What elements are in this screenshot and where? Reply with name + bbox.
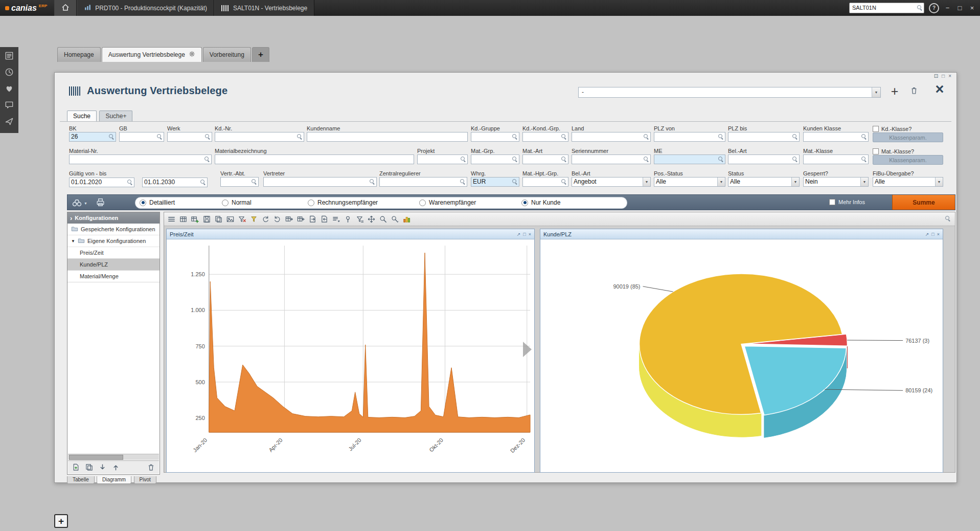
topbar-tab-salt01n[interactable]: SALT01N - Vertriebsbelege [214, 0, 314, 16]
matklasse-checkbox[interactable] [873, 148, 879, 154]
me-input[interactable] [654, 154, 725, 164]
move-up-icon[interactable] [110, 462, 121, 473]
gesperrt-select[interactable]: Nein▼ [803, 177, 869, 187]
vertrabt-input[interactable] [220, 177, 259, 187]
lookup-icon[interactable] [108, 134, 115, 140]
panel-header[interactable]: Preis/Zeit ↗□× [167, 229, 534, 239]
tab-suche[interactable]: Suche [67, 110, 97, 122]
belart-input[interactable] [728, 154, 800, 164]
chart-style-icon[interactable] [401, 214, 412, 225]
table-transfer-icon[interactable] [295, 214, 306, 225]
lookup-icon[interactable] [718, 156, 724, 162]
tab-diagramm[interactable]: Diagramm [97, 476, 131, 484]
rotate-right-icon[interactable] [272, 214, 283, 225]
home-tab[interactable] [54, 0, 77, 16]
config-selector[interactable]: - ▼ [578, 87, 881, 98]
lookup-icon[interactable] [861, 156, 867, 162]
close-icon[interactable]: × [948, 73, 951, 79]
lookup-icon[interactable] [512, 156, 518, 162]
summe-button[interactable]: Summe [892, 195, 955, 210]
klassenparam-button-1[interactable]: Klassenparam. [873, 132, 943, 142]
matklasse-input[interactable] [803, 154, 869, 164]
topbar-tab-prdt00[interactable]: PRDT00 - Produktionscockpit (Kapazität) [77, 0, 214, 16]
materialnr-input[interactable] [69, 154, 212, 164]
plzbis-input[interactable] [728, 132, 800, 142]
land-input[interactable] [572, 132, 651, 142]
maximize-icon[interactable]: □ [942, 73, 945, 79]
module-search-input[interactable]: SALT01N [849, 3, 924, 13]
tab-suche-plus[interactable]: Suche+ [99, 110, 132, 122]
matart-input[interactable] [522, 154, 568, 164]
close-icon[interactable]: × [968, 4, 976, 12]
gear-icon[interactable] [189, 51, 195, 59]
pin-icon[interactable] [343, 214, 353, 225]
kundenname-input[interactable] [307, 132, 468, 142]
table-add-icon[interactable] [190, 214, 200, 225]
menu-icon[interactable] [166, 214, 177, 225]
tab-homepage[interactable]: Homepage [57, 47, 101, 62]
mehr-infos-checkbox[interactable]: Mehr Infos [829, 199, 865, 205]
kdklasse-checkbox[interactable] [873, 126, 879, 132]
collapse-icon[interactable]: › [70, 214, 72, 222]
chart-search-icon[interactable] [945, 215, 953, 223]
tab-tabelle[interactable]: Tabelle [67, 476, 95, 484]
matgrp-input[interactable] [471, 154, 519, 164]
mathptgrp-input[interactable] [522, 177, 568, 187]
lookup-icon[interactable] [204, 134, 211, 140]
lookup-icon[interactable] [297, 134, 303, 140]
lookup-icon[interactable] [200, 179, 206, 185]
move-icon[interactable] [366, 214, 377, 225]
lookup-icon[interactable] [561, 179, 567, 185]
copy-icon[interactable] [213, 214, 224, 225]
config-item-preis-zeit[interactable]: Preis/Zeit [67, 247, 159, 259]
config-item-material-menge[interactable]: Material/Menge [67, 271, 159, 282]
kdkondgrp-input[interactable] [522, 132, 568, 142]
kundenklasse-input[interactable] [803, 132, 869, 142]
page-add-button[interactable]: + [54, 514, 68, 528]
trash-icon[interactable] [146, 462, 156, 473]
lookup-icon[interactable] [369, 179, 375, 185]
config-item-gespeicherte[interactable]: Gespeicherte Konfigurationen [67, 224, 159, 235]
radio-detailliert[interactable]: Detailliert [140, 199, 175, 206]
radio-normal[interactable]: Normal [222, 199, 252, 206]
plzvon-input[interactable] [654, 132, 725, 142]
filter-clear-icon[interactable] [237, 214, 247, 225]
panel-header[interactable]: Kunde/PLZ ↗□× [540, 229, 943, 239]
seriennummer-input[interactable] [572, 154, 651, 164]
navigate-icon[interactable] [4, 116, 15, 127]
lookup-icon[interactable] [643, 156, 649, 162]
lookup-icon[interactable] [561, 134, 567, 140]
lookup-icon[interactable] [861, 134, 867, 140]
lookup-icon[interactable] [718, 134, 724, 140]
gueltig-bis-input[interactable]: 01.01.2030 [142, 178, 208, 187]
table-export-icon[interactable] [284, 214, 294, 225]
list-settings-icon[interactable] [331, 214, 341, 225]
doc-transfer-icon[interactable] [319, 214, 330, 225]
zoom-icon[interactable] [378, 214, 389, 225]
lookup-icon[interactable] [792, 156, 798, 162]
status-select[interactable]: Alle▼ [728, 177, 800, 187]
lookup-icon[interactable] [156, 134, 163, 140]
chevron-down-icon[interactable]: ▼ [71, 239, 75, 244]
rotate-left-icon[interactable] [260, 214, 271, 225]
horizontal-scrollbar[interactable] [68, 454, 159, 460]
zentralregulierer-input[interactable] [379, 177, 467, 187]
whrg-input[interactable]: EUR [471, 177, 519, 187]
table-icon[interactable] [178, 214, 189, 225]
comments-icon[interactable] [4, 99, 15, 110]
werk-input[interactable] [167, 132, 212, 142]
doc-export-icon[interactable] [307, 214, 318, 225]
add-config-button[interactable]: + [888, 84, 901, 99]
config-item-eigene[interactable]: ▼ Eigene Konfigurationen [67, 235, 159, 247]
popout-icon[interactable]: ↗ [925, 232, 929, 237]
bk-input[interactable]: 26 [69, 132, 116, 142]
lookup-icon[interactable] [460, 156, 466, 162]
close-icon[interactable]: × [937, 232, 940, 237]
maximize-icon[interactable]: □ [931, 232, 934, 237]
fibu-select[interactable]: Alle▼ [873, 177, 943, 187]
radio-warenempfänger[interactable]: Warenempfänger [419, 199, 476, 206]
list-icon[interactable] [4, 50, 15, 61]
print-button[interactable] [95, 197, 106, 209]
add-tab-button[interactable]: + [252, 47, 269, 62]
lookup-icon[interactable] [561, 156, 567, 162]
